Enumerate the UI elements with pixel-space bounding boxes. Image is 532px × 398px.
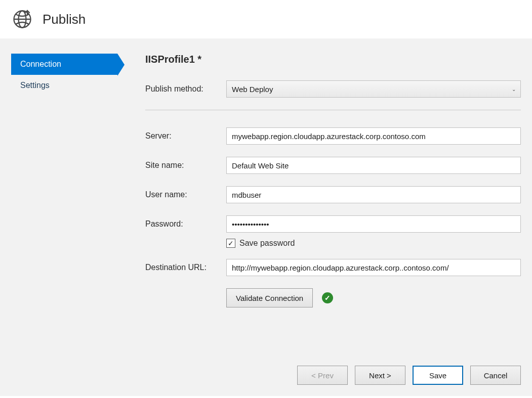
- password-input[interactable]: [226, 215, 521, 233]
- sidebar: Connection Settings: [11, 54, 117, 385]
- main-panel: IISProfile1 * Publish method: Web Deploy…: [117, 54, 521, 385]
- publish-method-label: Publish method:: [145, 84, 226, 94]
- destination-url-row: Destination URL:: [145, 259, 521, 276]
- server-input[interactable]: [226, 127, 521, 145]
- publish-method-row: Publish method: Web Deploy ⌄: [145, 80, 521, 98]
- success-check-icon: ✓: [322, 292, 333, 303]
- save-password-label: Save password: [239, 239, 295, 248]
- content-area: Connection Settings IISProfile1 * Publis…: [0, 38, 532, 396]
- header: Publish: [0, 0, 532, 38]
- page-title: Publish: [43, 12, 86, 27]
- save-password-row: ✓ Save password: [226, 239, 521, 248]
- validate-connection-button[interactable]: Validate Connection: [226, 288, 313, 307]
- footer-buttons: < Prev Next > Save Cancel: [145, 350, 521, 385]
- save-button[interactable]: Save: [413, 366, 463, 385]
- user-name-row: User name:: [145, 186, 521, 203]
- sidebar-item-settings[interactable]: Settings: [11, 75, 117, 96]
- server-label: Server:: [145, 131, 226, 141]
- publish-method-select[interactable]: Web Deploy: [226, 80, 521, 98]
- validate-row: Validate Connection ✓: [226, 288, 521, 307]
- next-button[interactable]: Next >: [355, 366, 405, 385]
- save-password-checkbox[interactable]: ✓: [226, 239, 235, 248]
- globe-publish-icon: [12, 9, 32, 29]
- destination-url-label: Destination URL:: [145, 263, 226, 272]
- divider: [145, 110, 521, 110]
- site-name-row: Site name:: [145, 157, 521, 174]
- sidebar-item-label: Connection: [20, 60, 61, 68]
- site-name-label: Site name:: [145, 161, 226, 170]
- password-row: Password:: [145, 215, 521, 233]
- password-label: Password:: [145, 219, 226, 229]
- prev-button: < Prev: [297, 366, 348, 385]
- cancel-button[interactable]: Cancel: [470, 366, 521, 385]
- sidebar-item-connection[interactable]: Connection: [11, 54, 117, 75]
- profile-title: IISProfile1 *: [145, 54, 521, 65]
- site-name-input[interactable]: [226, 157, 521, 174]
- user-name-input[interactable]: [226, 186, 521, 203]
- destination-url-input[interactable]: [226, 259, 521, 276]
- user-name-label: User name:: [145, 190, 226, 199]
- sidebar-item-label: Settings: [20, 81, 50, 90]
- server-row: Server:: [145, 127, 521, 145]
